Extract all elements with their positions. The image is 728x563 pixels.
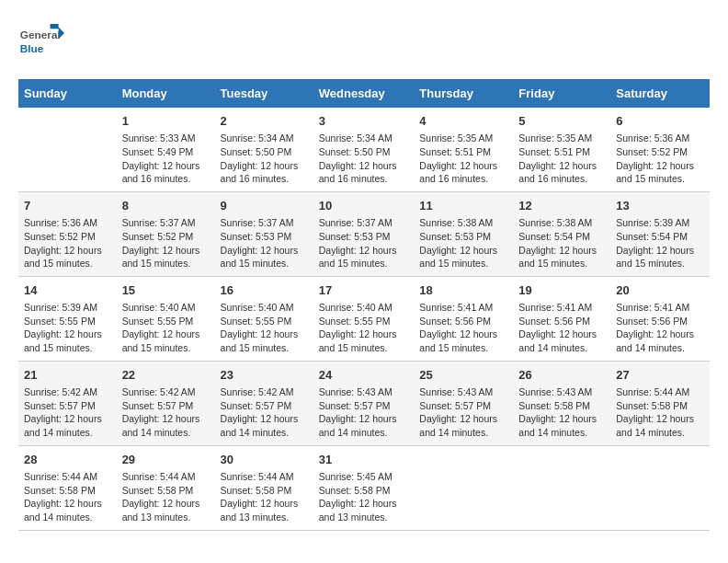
header-friday: Friday — [513, 79, 610, 108]
header-thursday: Thursday — [414, 79, 513, 108]
calendar-cell: 31Sunrise: 5:45 AMSunset: 5:58 PMDayligh… — [313, 445, 415, 530]
day-number: 22 — [122, 367, 210, 384]
calendar-cell — [18, 108, 117, 191]
day-info: Sunrise: 5:35 AMSunset: 5:51 PMDaylight:… — [419, 132, 507, 186]
day-number: 7 — [24, 198, 111, 214]
day-number: 1 — [122, 113, 210, 130]
calendar-cell: 22Sunrise: 5:42 AMSunset: 5:57 PMDayligh… — [117, 361, 215, 445]
day-info: Sunrise: 5:37 AMSunset: 5:52 PMDaylight:… — [122, 216, 210, 270]
day-info: Sunrise: 5:38 AMSunset: 5:54 PMDaylight:… — [518, 216, 605, 270]
calendar-cell: 23Sunrise: 5:42 AMSunset: 5:57 PMDayligh… — [215, 361, 313, 445]
header-sunday: Sunday — [18, 79, 117, 108]
day-number: 25 — [419, 367, 507, 384]
day-info: Sunrise: 5:43 AMSunset: 5:58 PMDaylight:… — [518, 385, 605, 440]
calendar-cell: 13Sunrise: 5:39 AMSunset: 5:54 PMDayligh… — [610, 191, 710, 276]
day-number: 6 — [616, 113, 704, 130]
day-number: 18 — [419, 282, 507, 299]
calendar-cell: 28Sunrise: 5:44 AMSunset: 5:58 PMDayligh… — [18, 445, 117, 530]
calendar-cell: 16Sunrise: 5:40 AMSunset: 5:55 PMDayligh… — [215, 276, 313, 361]
header-monday: Monday — [117, 79, 215, 108]
day-info: Sunrise: 5:41 AMSunset: 5:56 PMDaylight:… — [419, 301, 507, 355]
day-info: Sunrise: 5:43 AMSunset: 5:57 PMDaylight:… — [419, 385, 507, 440]
day-number: 26 — [518, 367, 605, 384]
calendar-week-row: 14Sunrise: 5:39 AMSunset: 5:55 PMDayligh… — [18, 276, 710, 361]
calendar-cell — [610, 445, 710, 530]
calendar-cell: 12Sunrise: 5:38 AMSunset: 5:54 PMDayligh… — [513, 191, 610, 276]
calendar-cell: 30Sunrise: 5:44 AMSunset: 5:58 PMDayligh… — [215, 445, 313, 530]
header-wednesday: Wednesday — [313, 79, 415, 108]
calendar-cell: 25Sunrise: 5:43 AMSunset: 5:57 PMDayligh… — [414, 361, 513, 445]
day-number: 3 — [319, 113, 409, 130]
day-info: Sunrise: 5:36 AMSunset: 5:52 PMDaylight:… — [24, 216, 111, 270]
day-info: Sunrise: 5:34 AMSunset: 5:50 PMDaylight:… — [319, 132, 409, 186]
day-number: 30 — [221, 452, 308, 468]
day-info: Sunrise: 5:44 AMSunset: 5:58 PMDaylight:… — [221, 470, 308, 524]
day-info: Sunrise: 5:35 AMSunset: 5:51 PMDaylight:… — [518, 132, 605, 186]
day-number: 4 — [419, 113, 507, 130]
day-number: 23 — [221, 367, 308, 384]
calendar-cell: 11Sunrise: 5:38 AMSunset: 5:53 PMDayligh… — [414, 191, 513, 276]
calendar-cell: 6Sunrise: 5:36 AMSunset: 5:52 PMDaylight… — [610, 108, 710, 191]
calendar-cell: 5Sunrise: 5:35 AMSunset: 5:51 PMDaylight… — [513, 108, 610, 191]
calendar-cell: 10Sunrise: 5:37 AMSunset: 5:53 PMDayligh… — [313, 191, 415, 276]
day-number: 16 — [221, 282, 308, 299]
day-number: 8 — [122, 198, 210, 214]
day-info: Sunrise: 5:39 AMSunset: 5:55 PMDaylight:… — [24, 301, 111, 355]
day-number: 5 — [518, 113, 605, 130]
day-number: 31 — [319, 452, 409, 468]
calendar-cell: 19Sunrise: 5:41 AMSunset: 5:56 PMDayligh… — [513, 276, 610, 361]
svg-text:Blue: Blue — [20, 42, 44, 55]
calendar-cell: 24Sunrise: 5:43 AMSunset: 5:57 PMDayligh… — [313, 361, 415, 445]
calendar-week-row: 7Sunrise: 5:36 AMSunset: 5:52 PMDaylight… — [18, 191, 710, 276]
calendar-week-row: 1Sunrise: 5:33 AMSunset: 5:49 PMDaylight… — [18, 108, 710, 191]
calendar-cell: 15Sunrise: 5:40 AMSunset: 5:55 PMDayligh… — [117, 276, 215, 361]
calendar-week-row: 28Sunrise: 5:44 AMSunset: 5:58 PMDayligh… — [18, 445, 710, 530]
day-info: Sunrise: 5:36 AMSunset: 5:52 PMDaylight:… — [616, 132, 704, 186]
calendar-cell: 20Sunrise: 5:41 AMSunset: 5:56 PMDayligh… — [610, 276, 710, 361]
header-tuesday: Tuesday — [215, 79, 313, 108]
day-info: Sunrise: 5:40 AMSunset: 5:55 PMDaylight:… — [122, 301, 210, 355]
calendar-cell: 17Sunrise: 5:40 AMSunset: 5:55 PMDayligh… — [313, 276, 415, 361]
day-info: Sunrise: 5:42 AMSunset: 5:57 PMDaylight:… — [221, 385, 308, 440]
day-number: 2 — [221, 113, 308, 130]
calendar-cell: 9Sunrise: 5:37 AMSunset: 5:53 PMDaylight… — [215, 191, 313, 276]
day-number: 28 — [24, 452, 111, 468]
calendar-cell: 27Sunrise: 5:44 AMSunset: 5:58 PMDayligh… — [610, 361, 710, 445]
day-info: Sunrise: 5:43 AMSunset: 5:57 PMDaylight:… — [319, 385, 409, 440]
day-info: Sunrise: 5:41 AMSunset: 5:56 PMDaylight:… — [518, 301, 605, 355]
day-number: 14 — [24, 282, 111, 299]
day-number: 10 — [319, 198, 409, 214]
calendar-cell: 8Sunrise: 5:37 AMSunset: 5:52 PMDaylight… — [117, 191, 215, 276]
day-info: Sunrise: 5:37 AMSunset: 5:53 PMDaylight:… — [319, 216, 409, 270]
calendar-cell: 29Sunrise: 5:44 AMSunset: 5:58 PMDayligh… — [117, 445, 215, 530]
day-number: 12 — [518, 198, 605, 214]
day-number: 27 — [616, 367, 704, 384]
day-number: 21 — [24, 367, 111, 384]
day-number: 24 — [319, 367, 409, 384]
calendar-table: SundayMondayTuesdayWednesdayThursdayFrid… — [18, 79, 710, 531]
calendar-cell: 18Sunrise: 5:41 AMSunset: 5:56 PMDayligh… — [414, 276, 513, 361]
calendar-cell: 3Sunrise: 5:34 AMSunset: 5:50 PMDaylight… — [313, 108, 415, 191]
day-info: Sunrise: 5:37 AMSunset: 5:53 PMDaylight:… — [221, 216, 308, 270]
day-info: Sunrise: 5:39 AMSunset: 5:54 PMDaylight:… — [616, 216, 704, 270]
day-info: Sunrise: 5:38 AMSunset: 5:53 PMDaylight:… — [419, 216, 507, 270]
day-number: 17 — [319, 282, 409, 299]
calendar-cell: 2Sunrise: 5:34 AMSunset: 5:50 PMDaylight… — [215, 108, 313, 191]
day-info: Sunrise: 5:34 AMSunset: 5:50 PMDaylight:… — [221, 132, 308, 186]
calendar-cell — [513, 445, 610, 530]
day-number: 19 — [518, 282, 605, 299]
day-number: 13 — [616, 198, 704, 214]
day-number: 15 — [122, 282, 210, 299]
day-info: Sunrise: 5:44 AMSunset: 5:58 PMDaylight:… — [24, 470, 111, 524]
day-info: Sunrise: 5:45 AMSunset: 5:58 PMDaylight:… — [319, 470, 409, 524]
calendar-week-row: 21Sunrise: 5:42 AMSunset: 5:57 PMDayligh… — [18, 361, 710, 445]
day-info: Sunrise: 5:42 AMSunset: 5:57 PMDaylight:… — [122, 385, 210, 440]
calendar-cell: 14Sunrise: 5:39 AMSunset: 5:55 PMDayligh… — [18, 276, 117, 361]
calendar-cell — [414, 445, 513, 530]
day-number: 9 — [221, 198, 308, 214]
page-header: General Blue — [18, 18, 710, 64]
calendar-header-row: SundayMondayTuesdayWednesdayThursdayFrid… — [18, 79, 710, 108]
calendar-cell: 1Sunrise: 5:33 AMSunset: 5:49 PMDaylight… — [117, 108, 215, 191]
day-number: 29 — [122, 452, 210, 468]
calendar-cell: 26Sunrise: 5:43 AMSunset: 5:58 PMDayligh… — [513, 361, 610, 445]
